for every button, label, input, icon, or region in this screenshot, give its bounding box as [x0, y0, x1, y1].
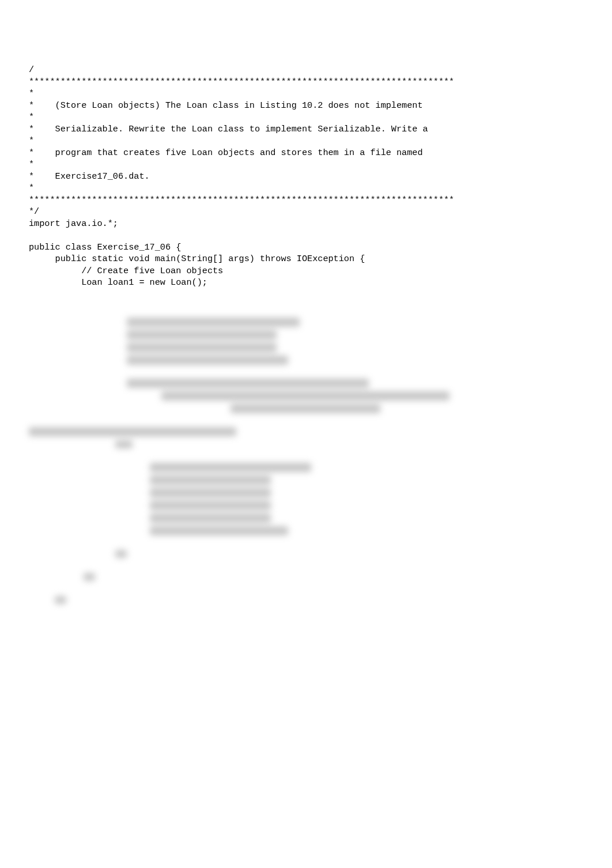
blurred-line	[29, 390, 583, 402]
blurred-line	[29, 461, 583, 474]
blur-bar	[150, 501, 271, 510]
blur-bar	[127, 343, 277, 352]
blurred-line	[29, 499, 583, 512]
blurred-group	[29, 316, 583, 367]
blur-bar	[115, 440, 133, 448]
code-line: * (Store Loan objects) The Loan class in…	[29, 100, 583, 112]
blurred-line	[29, 329, 583, 341]
code-line: * program that creates five Loan objects…	[29, 147, 583, 159]
blurred-line	[29, 341, 583, 354]
blurred-line	[29, 486, 583, 499]
code-line: /	[29, 64, 583, 76]
blurred-line	[29, 512, 583, 524]
blurred-line	[29, 316, 583, 329]
code-line: * Serializable. Rewrite the Loan class t…	[29, 123, 583, 135]
blurred-group	[29, 571, 583, 583]
blurred-line	[29, 571, 583, 583]
document-page: /***************************************…	[0, 0, 612, 647]
blur-bar	[84, 573, 95, 581]
code-line: ****************************************…	[29, 194, 583, 206]
blur-bar	[115, 550, 127, 558]
blurred-line	[29, 474, 583, 486]
blurred-line	[29, 425, 583, 438]
blur-bar	[161, 391, 449, 401]
blur-bar	[127, 318, 300, 327]
blurred-line	[29, 524, 583, 537]
blur-bar	[29, 427, 236, 436]
blurred-group	[29, 425, 583, 451]
blurred-line	[29, 354, 583, 367]
code-line: import java.io.*;	[29, 218, 583, 230]
blurred-group	[29, 461, 583, 537]
blur-bar	[150, 475, 271, 485]
code-line: */	[29, 206, 583, 218]
blurred-group	[29, 377, 583, 415]
code-line: *	[29, 182, 583, 194]
code-line: public static void main(String[] args) t…	[29, 253, 583, 265]
code-line: public class Exercise_17_06 {	[29, 241, 583, 254]
blur-bar	[150, 488, 271, 497]
blur-bar	[55, 596, 66, 604]
blurred-code-region	[29, 316, 583, 606]
blurred-line	[29, 377, 583, 390]
blurred-group	[29, 548, 583, 560]
code-line: *	[29, 88, 583, 100]
blur-bar	[231, 404, 380, 413]
code-line: ****************************************…	[29, 76, 583, 88]
code-line: *	[29, 111, 583, 123]
blur-bar	[127, 330, 277, 339]
blurred-line	[29, 548, 583, 560]
blur-bar	[127, 379, 369, 388]
code-block: /***************************************…	[29, 64, 583, 289]
blurred-group	[29, 594, 583, 606]
code-line: // Create five Loan objects	[29, 265, 583, 277]
blur-bar	[127, 356, 288, 365]
code-line: Loan loan1 = new Loan();	[29, 277, 583, 289]
code-line: *	[29, 135, 583, 147]
blurred-line	[29, 438, 583, 451]
blur-bar	[150, 514, 271, 523]
blur-bar	[150, 463, 311, 472]
blur-bar	[150, 526, 288, 535]
code-line: * Exercise17_06.dat.	[29, 171, 583, 183]
code-line	[29, 229, 583, 241]
blurred-line	[29, 594, 583, 606]
code-line: *	[29, 158, 583, 171]
blurred-line	[29, 402, 583, 415]
